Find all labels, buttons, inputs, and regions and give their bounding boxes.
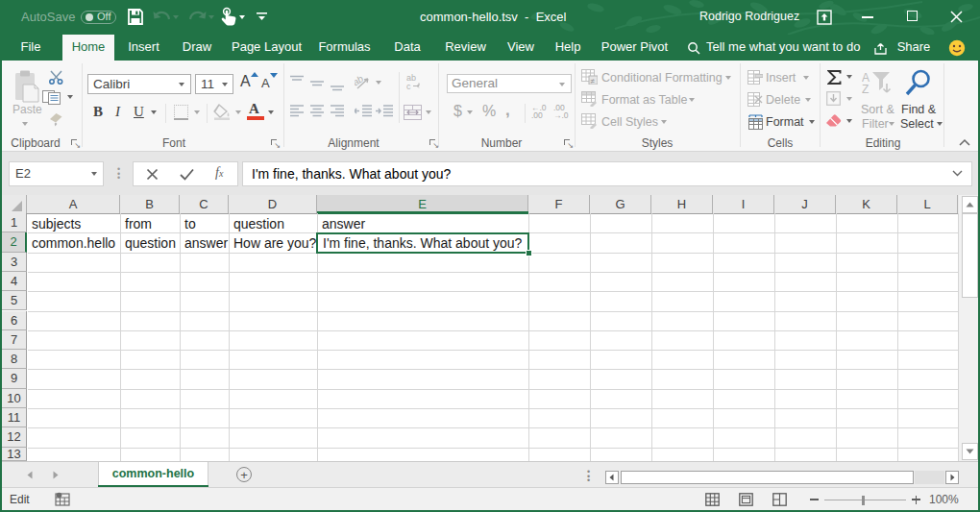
svg-text:Z: Z (862, 83, 869, 95)
svg-text:c: c (406, 82, 411, 90)
svg-text:≠: ≠ (591, 77, 596, 85)
